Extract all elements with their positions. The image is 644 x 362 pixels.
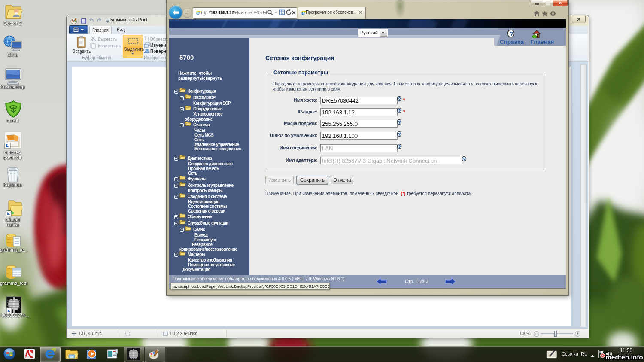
svg-text:?: ? (510, 30, 513, 37)
